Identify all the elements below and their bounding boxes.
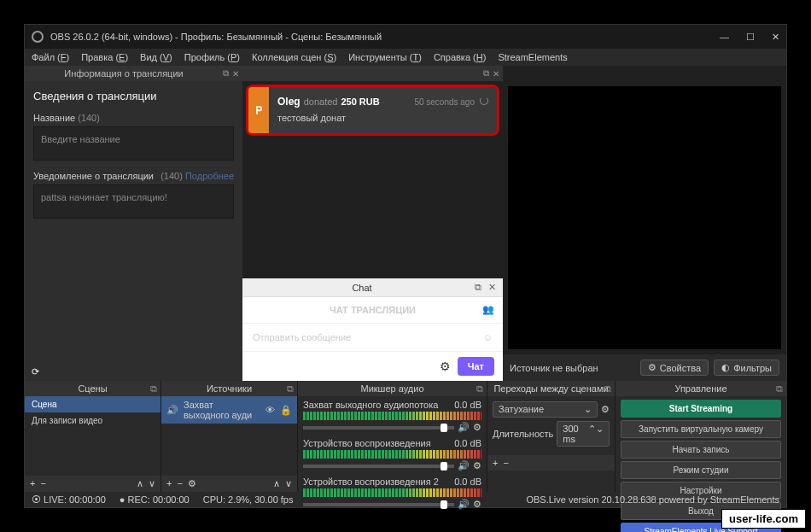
volume-meter: [303, 488, 481, 497]
gear-icon[interactable]: ⚙: [601, 404, 610, 415]
replay-icon[interactable]: [480, 96, 488, 107]
down-icon[interactable]: ∨: [285, 478, 292, 489]
volume-slider[interactable]: [303, 465, 454, 468]
duration-label: Длительность: [493, 429, 553, 439]
gear-icon[interactable]: ⚙: [473, 460, 481, 471]
volume-slider[interactable]: [303, 426, 454, 430]
popout-icon[interactable]: ⧉: [604, 383, 611, 395]
duration-input[interactable]: 300 ms⌃⌄: [557, 421, 610, 447]
donation-time: 50 seconds ago: [414, 97, 475, 107]
speaker-icon[interactable]: 🔊: [458, 499, 470, 510]
add-icon[interactable]: +: [493, 458, 498, 468]
up-icon[interactable]: ∧: [273, 478, 280, 489]
remove-icon[interactable]: −: [40, 478, 45, 489]
window-title: OBS 26.0.2 (64-bit, windows) - Профиль: …: [50, 32, 382, 42]
virtual-camera-button[interactable]: Запустить виртуальную камеру: [621, 420, 781, 438]
info-dock-header: Информация о трансляции ⧉ ✕: [25, 66, 242, 81]
menu-streamelements[interactable]: StreamElements: [498, 52, 567, 62]
transition-select[interactable]: Затухание⌄: [493, 401, 598, 418]
minimize-icon[interactable]: —: [720, 32, 729, 43]
gear-icon[interactable]: ⚙: [188, 478, 196, 489]
activity-dock-header: ⧉ ✕: [242, 66, 503, 81]
add-icon[interactable]: +: [166, 478, 172, 489]
mixer-item: Захват выходного аудиопотока0.0 dB 🔊⚙: [303, 400, 481, 433]
chevron-down-icon: ⌄: [584, 404, 592, 415]
gear-icon: ⚙: [648, 362, 656, 373]
obs-logo-icon: [32, 31, 44, 43]
remove-icon[interactable]: −: [503, 458, 508, 468]
emoji-icon[interactable]: ☺: [483, 332, 493, 342]
up-icon[interactable]: ∧: [137, 478, 143, 489]
refresh-icon[interactable]: ⟳: [25, 363, 242, 381]
visibility-icon[interactable]: 👁: [265, 405, 275, 415]
transitions-header: Переходы между сценами: [493, 383, 608, 394]
titlebar: OBS 26.0.2 (64-bit, windows) - Профиль: …: [25, 25, 786, 49]
popout-icon[interactable]: ⧉: [150, 383, 157, 395]
menu-help[interactable]: Справка (H): [434, 52, 487, 62]
gear-icon[interactable]: ⚙: [473, 422, 481, 433]
chat-input[interactable]: Отправить сообщение ☺: [242, 324, 503, 352]
chat-settings-icon[interactable]: ⚙: [440, 360, 451, 373]
menubar: Файл (F) Правка (E) Вид (V) Профиль (P) …: [25, 49, 786, 66]
menu-view[interactable]: Вид (V): [140, 52, 172, 62]
audio-icon: 🔊: [166, 405, 178, 416]
chat-tab-label: ЧАТ ТРАНСЛЯЦИИ: [330, 305, 416, 315]
stream-notif-input[interactable]: pattsa начинает трансляцию!: [33, 184, 234, 219]
popout-icon[interactable]: ⧉: [776, 383, 783, 395]
menu-tools[interactable]: Инструменты (T): [348, 52, 422, 62]
popout-icon[interactable]: ⧉: [476, 383, 483, 395]
volume-meter: [303, 450, 481, 459]
watermark: user-life.com: [721, 509, 806, 529]
start-streaming-button[interactable]: Start Streaming: [621, 400, 781, 418]
dock-popout-icon[interactable]: ⧉: [223, 68, 229, 79]
donation-message: тестовый донат: [277, 113, 488, 123]
chat-dock-title: Chat: [249, 283, 475, 293]
stream-info-heading: Сведения о трансляции: [33, 90, 234, 102]
start-recording-button[interactable]: Начать запись: [621, 441, 781, 459]
scene-item[interactable]: Сцена: [25, 396, 160, 412]
source-item[interactable]: 🔊 Захват выходного ауди 👁 🔒: [161, 396, 297, 424]
dock-close-icon[interactable]: ✕: [493, 69, 499, 79]
volume-slider[interactable]: [303, 503, 454, 506]
controls-header: Управление: [674, 383, 726, 394]
menu-file[interactable]: Файл (F): [32, 52, 69, 62]
chat-send-button[interactable]: Чат: [458, 357, 494, 376]
speaker-icon[interactable]: 🔊: [458, 422, 470, 433]
filters-button[interactable]: ◐Фильтры: [714, 360, 779, 376]
properties-button[interactable]: ⚙Свойства: [640, 360, 709, 376]
donation-amount: 250 RUB: [341, 96, 379, 107]
scene-item[interactable]: Для записи видео: [25, 412, 160, 429]
lock-icon[interactable]: 🔒: [280, 405, 292, 416]
mixer-header: Микшер аудио: [360, 383, 423, 394]
add-icon[interactable]: +: [30, 478, 35, 489]
donation-alert: Oleg donated 250 RUB 50 seconds ago тест…: [246, 85, 499, 136]
dock-close-icon[interactable]: ✕: [232, 69, 239, 79]
sources-header: Источники: [207, 383, 252, 394]
gear-icon[interactable]: ⚙: [473, 499, 481, 510]
popout-icon[interactable]: ⧉: [287, 383, 294, 395]
dock-popout-icon[interactable]: ⧉: [475, 282, 481, 293]
close-icon[interactable]: ✕: [772, 32, 779, 43]
mixer-item: Устройство воспроизведения0.0 dB 🔊⚙: [303, 438, 481, 471]
people-icon[interactable]: 👥: [482, 304, 494, 315]
menu-scene-collection[interactable]: Коллекция сцен (S): [252, 52, 336, 62]
donation-badge-icon: [248, 87, 269, 133]
menu-edit[interactable]: Правка (E): [81, 52, 128, 62]
chat-dock: Chat ⧉ ✕ ЧАТ ТРАНСЛЯЦИИ 👥 Отправить сооб…: [242, 278, 503, 381]
source-status: Источник не выбран: [510, 363, 598, 373]
down-icon[interactable]: ∨: [149, 478, 155, 489]
stepper-icon: ⌃⌄: [588, 424, 604, 444]
speaker-icon[interactable]: 🔊: [458, 460, 470, 471]
studio-mode-button[interactable]: Режим студии: [621, 461, 781, 479]
notif-more-link[interactable]: Подробнее: [185, 171, 234, 181]
stream-name-input[interactable]: Введите название: [33, 126, 234, 161]
dock-popout-icon[interactable]: ⧉: [483, 68, 489, 79]
menu-profile[interactable]: Профиль (P): [184, 52, 240, 62]
filter-icon: ◐: [721, 362, 730, 373]
remove-icon[interactable]: −: [177, 478, 182, 489]
dock-close-icon[interactable]: ✕: [488, 282, 496, 293]
maximize-icon[interactable]: ☐: [746, 32, 755, 43]
stream-notif-label: Уведомление о трансляции (140) Подробнее: [33, 171, 234, 181]
donor-name: Oleg: [277, 96, 300, 108]
preview-area[interactable]: [508, 86, 781, 349]
